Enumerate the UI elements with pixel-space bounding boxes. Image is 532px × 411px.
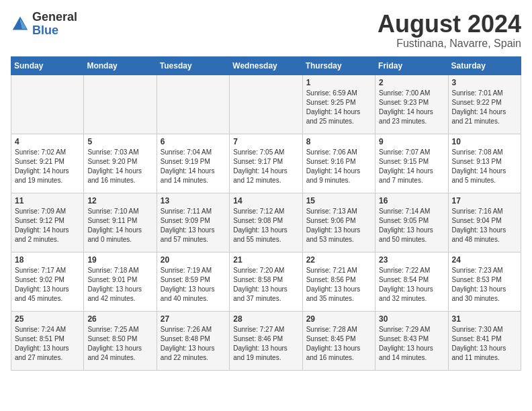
day-number: 4: [15, 137, 80, 146]
calendar-cell: 18Sunrise: 7:17 AM Sunset: 9:02 PM Dayli…: [11, 252, 84, 311]
calendar-cell: 29Sunrise: 7:28 AM Sunset: 8:45 PM Dayli…: [302, 311, 375, 370]
day-number: 31: [452, 314, 517, 324]
day-number: 25: [15, 314, 80, 324]
calendar-cell: 19Sunrise: 7:18 AM Sunset: 9:01 PM Dayli…: [84, 252, 157, 311]
calendar-cell: 16Sunrise: 7:14 AM Sunset: 9:05 PM Dayli…: [375, 193, 448, 252]
day-number: 26: [87, 314, 152, 324]
day-info: Sunrise: 7:17 AM Sunset: 9:02 PM Dayligh…: [15, 266, 80, 304]
day-info: Sunrise: 7:27 AM Sunset: 8:46 PM Dayligh…: [233, 325, 298, 363]
day-number: 17: [452, 196, 517, 205]
day-info: Sunrise: 7:06 AM Sunset: 9:16 PM Dayligh…: [306, 148, 371, 185]
calendar-cell: 24Sunrise: 7:23 AM Sunset: 8:53 PM Dayli…: [448, 252, 521, 311]
day-info: Sunrise: 6:59 AM Sunset: 9:25 PM Dayligh…: [306, 89, 371, 126]
col-header-thursday: Thursday: [302, 56, 375, 75]
logo: General Blue: [11, 11, 77, 38]
col-header-friday: Friday: [375, 56, 448, 75]
day-number: 24: [452, 255, 517, 265]
day-number: 8: [306, 137, 371, 146]
calendar-cell: 13Sunrise: 7:11 AM Sunset: 9:09 PM Dayli…: [157, 193, 229, 252]
day-number: 2: [379, 78, 444, 87]
logo-icon: [11, 15, 30, 34]
calendar-cell: 30Sunrise: 7:29 AM Sunset: 8:43 PM Dayli…: [375, 311, 448, 370]
day-info: Sunrise: 7:11 AM Sunset: 9:09 PM Dayligh…: [161, 207, 226, 244]
day-number: 14: [233, 196, 298, 205]
week-row-5: 25Sunrise: 7:24 AM Sunset: 8:51 PM Dayli…: [11, 311, 521, 370]
day-number: 22: [306, 255, 371, 265]
day-info: Sunrise: 7:09 AM Sunset: 9:12 PM Dayligh…: [15, 207, 80, 244]
header: General Blue August 2024 Fustinana, Nava…: [11, 11, 521, 50]
day-info: Sunrise: 7:30 AM Sunset: 8:41 PM Dayligh…: [452, 325, 517, 363]
day-info: Sunrise: 7:23 AM Sunset: 8:53 PM Dayligh…: [452, 266, 517, 304]
calendar-cell: 9Sunrise: 7:07 AM Sunset: 9:15 PM Daylig…: [375, 134, 448, 193]
logo-blue-text: Blue: [32, 24, 58, 37]
day-number: 19: [87, 255, 152, 265]
day-number: 9: [379, 137, 444, 146]
calendar-cell: 25Sunrise: 7:24 AM Sunset: 8:51 PM Dayli…: [11, 311, 84, 370]
logo-general-text: General: [32, 10, 77, 24]
week-row-1: 1Sunrise: 6:59 AM Sunset: 9:25 PM Daylig…: [11, 75, 521, 134]
day-info: Sunrise: 7:24 AM Sunset: 8:51 PM Dayligh…: [15, 325, 80, 363]
logo-text: General Blue: [32, 11, 77, 38]
col-header-monday: Monday: [84, 56, 157, 75]
calendar-cell: 5Sunrise: 7:03 AM Sunset: 9:20 PM Daylig…: [84, 134, 157, 193]
calendar-cell: 3Sunrise: 7:01 AM Sunset: 9:22 PM Daylig…: [448, 75, 521, 134]
day-number: 11: [15, 196, 80, 205]
day-number: 13: [161, 196, 226, 205]
calendar-cell: 27Sunrise: 7:26 AM Sunset: 8:48 PM Dayli…: [157, 311, 229, 370]
day-info: Sunrise: 7:26 AM Sunset: 8:48 PM Dayligh…: [161, 325, 226, 363]
month-year-title: August 2024: [378, 11, 521, 38]
day-number: 18: [15, 255, 80, 265]
col-header-saturday: Saturday: [448, 56, 521, 75]
day-info: Sunrise: 7:20 AM Sunset: 8:58 PM Dayligh…: [233, 266, 298, 304]
calendar-cell: 17Sunrise: 7:16 AM Sunset: 9:04 PM Dayli…: [448, 193, 521, 252]
calendar-cell: 12Sunrise: 7:10 AM Sunset: 9:11 PM Dayli…: [84, 193, 157, 252]
day-info: Sunrise: 7:01 AM Sunset: 9:22 PM Dayligh…: [452, 89, 517, 126]
day-info: Sunrise: 7:22 AM Sunset: 8:54 PM Dayligh…: [379, 266, 444, 304]
day-info: Sunrise: 7:19 AM Sunset: 8:59 PM Dayligh…: [161, 266, 226, 304]
day-number: 5: [87, 137, 152, 146]
day-info: Sunrise: 7:18 AM Sunset: 9:01 PM Dayligh…: [87, 266, 152, 304]
day-number: 29: [306, 314, 371, 324]
day-info: Sunrise: 7:29 AM Sunset: 8:43 PM Dayligh…: [379, 325, 444, 363]
day-info: Sunrise: 7:05 AM Sunset: 9:17 PM Dayligh…: [233, 148, 298, 185]
week-row-2: 4Sunrise: 7:02 AM Sunset: 9:21 PM Daylig…: [11, 134, 521, 193]
day-info: Sunrise: 7:25 AM Sunset: 8:50 PM Dayligh…: [87, 325, 152, 363]
day-number: 7: [233, 137, 298, 146]
day-info: Sunrise: 7:10 AM Sunset: 9:11 PM Dayligh…: [87, 207, 152, 244]
calendar-cell: 20Sunrise: 7:19 AM Sunset: 8:59 PM Dayli…: [157, 252, 229, 311]
day-number: 1: [306, 78, 371, 87]
week-row-3: 11Sunrise: 7:09 AM Sunset: 9:12 PM Dayli…: [11, 193, 521, 252]
calendar-cell: 1Sunrise: 6:59 AM Sunset: 9:25 PM Daylig…: [302, 75, 375, 134]
day-number: 28: [233, 314, 298, 324]
location-subtitle: Fustinana, Navarre, Spain: [378, 38, 521, 50]
calendar-cell: 10Sunrise: 7:08 AM Sunset: 9:13 PM Dayli…: [448, 134, 521, 193]
day-info: Sunrise: 7:21 AM Sunset: 8:56 PM Dayligh…: [306, 266, 371, 304]
calendar-cell: 8Sunrise: 7:06 AM Sunset: 9:16 PM Daylig…: [302, 134, 375, 193]
calendar-cell: [84, 75, 157, 134]
calendar-cell: 4Sunrise: 7:02 AM Sunset: 9:21 PM Daylig…: [11, 134, 84, 193]
calendar-table: SundayMondayTuesdayWednesdayThursdayFrid…: [11, 56, 521, 371]
day-number: 27: [161, 314, 226, 324]
header-row: SundayMondayTuesdayWednesdayThursdayFrid…: [11, 56, 521, 75]
calendar-cell: 7Sunrise: 7:05 AM Sunset: 9:17 PM Daylig…: [230, 134, 302, 193]
calendar-cell: 28Sunrise: 7:27 AM Sunset: 8:46 PM Dayli…: [230, 311, 302, 370]
day-info: Sunrise: 7:08 AM Sunset: 9:13 PM Dayligh…: [452, 148, 517, 185]
calendar-cell: [230, 75, 302, 134]
calendar-cell: [157, 75, 229, 134]
title-area: August 2024 Fustinana, Navarre, Spain: [378, 11, 521, 50]
col-header-wednesday: Wednesday: [230, 56, 302, 75]
col-header-tuesday: Tuesday: [157, 56, 229, 75]
day-info: Sunrise: 7:00 AM Sunset: 9:23 PM Dayligh…: [379, 89, 444, 126]
calendar-cell: 15Sunrise: 7:13 AM Sunset: 9:06 PM Dayli…: [302, 193, 375, 252]
day-info: Sunrise: 7:12 AM Sunset: 9:08 PM Dayligh…: [233, 207, 298, 244]
day-number: 21: [233, 255, 298, 265]
calendar-cell: 14Sunrise: 7:12 AM Sunset: 9:08 PM Dayli…: [230, 193, 302, 252]
day-info: Sunrise: 7:13 AM Sunset: 9:06 PM Dayligh…: [306, 207, 371, 244]
calendar-cell: 23Sunrise: 7:22 AM Sunset: 8:54 PM Dayli…: [375, 252, 448, 311]
day-number: 23: [379, 255, 444, 265]
calendar-cell: 22Sunrise: 7:21 AM Sunset: 8:56 PM Dayli…: [302, 252, 375, 311]
calendar-cell: 6Sunrise: 7:04 AM Sunset: 9:19 PM Daylig…: [157, 134, 229, 193]
day-info: Sunrise: 7:28 AM Sunset: 8:45 PM Dayligh…: [306, 325, 371, 363]
week-row-4: 18Sunrise: 7:17 AM Sunset: 9:02 PM Dayli…: [11, 252, 521, 311]
col-header-sunday: Sunday: [11, 56, 84, 75]
